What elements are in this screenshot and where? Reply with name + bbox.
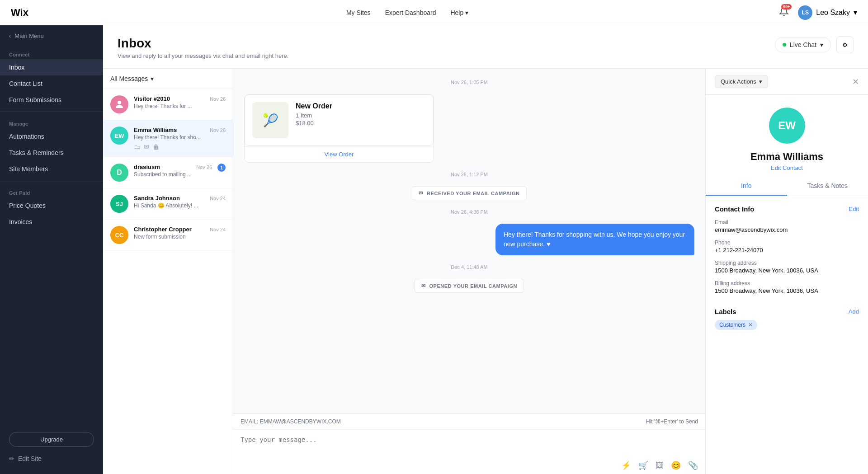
compose-input[interactable] [233, 430, 705, 455]
user-avatar: LS [798, 5, 812, 20]
top-nav-right: 99+ LS Leo Szaky ▾ [779, 5, 857, 20]
chat-area: Nov 26, 1:05 PM 🎾 New Order 1 Item $18.0… [233, 69, 705, 474]
inbox-header-right: Live Chat ▾ ⚙ [775, 36, 854, 53]
delete-icon[interactable]: 🗑 [153, 143, 159, 150]
sidebar-item-tasks-reminders[interactable]: Tasks & Reminders [0, 145, 103, 161]
list-item[interactable]: CC Christopher Cropper Nov 24 New form s… [103, 220, 233, 251]
remove-label-button[interactable]: ✕ [748, 322, 753, 328]
user-name: Leo Szaky [816, 9, 850, 17]
chat-bubble-row: Hey there! Thanks for shopping with us. … [244, 224, 694, 255]
chat-bubble: Hey there! Thanks for shopping with us. … [495, 224, 694, 255]
user-avatar-button[interactable]: LS Leo Szaky ▾ [798, 5, 857, 20]
shipping-address-label: Shipping address [715, 260, 859, 266]
attachment-icon[interactable]: 📎 [688, 460, 698, 470]
edit-contact-link[interactable]: Edit Contact [706, 164, 868, 171]
inbox-settings-button[interactable]: ⚙ [836, 36, 854, 53]
sidebar-item-site-members[interactable]: Site Members [0, 161, 103, 177]
chat-timestamp: Dec 4, 11:48 AM [244, 264, 694, 270]
svg-point-0 [118, 101, 121, 104]
live-status-dot [783, 43, 786, 47]
contact-info-edit-button[interactable]: Edit [849, 206, 859, 212]
sidebar-item-inbox[interactable]: Inbox [0, 59, 103, 75]
message-content: Visitor #2010 Nov 26 Hey there! Thanks f… [134, 95, 226, 113]
chevron-down-icon: ▾ [820, 41, 823, 48]
live-chat-button[interactable]: Live Chat ▾ [775, 37, 831, 52]
avatar: CC [110, 226, 128, 244]
email-event-label: OPENED YOUR EMAIL CAMPAIGN [429, 283, 517, 289]
order-items: 1 Item [296, 112, 332, 119]
inbox-body: All Messages ▾ Visitor #2010 Nov 26 Hey … [103, 69, 868, 474]
right-panel: Quick Actions ▾ ✕ EW Emma Williams Edit … [705, 69, 868, 474]
notifications-button[interactable]: 99+ [779, 7, 789, 19]
message-sender: Christopher Cropper [134, 226, 192, 233]
sidebar-item-form-submissions[interactable]: Form Submissions [0, 92, 103, 108]
billing-address-value: 1500 Broadway, New York, 10036, USA [715, 287, 859, 294]
avatar: EW [110, 127, 128, 145]
list-item[interactable]: D drasiusm Nov 26 Subscribed to mailing … [103, 157, 233, 188]
main-menu-back[interactable]: ‹ Main Menu [0, 25, 103, 47]
form-submissions-label: Form Submissions [9, 96, 61, 103]
expert-dashboard-link[interactable]: Expert Dashboard [385, 9, 436, 16]
message-date: Nov 24 [210, 196, 226, 201]
cart-icon[interactable]: 🛒 [638, 460, 648, 470]
edit-site-button[interactable]: ✏ Edit Site [0, 451, 103, 467]
email-received-event: ✉ RECEIVED YOUR EMAIL CAMPAIGN [412, 186, 526, 200]
bubble-text: Hey there! Thanks for shopping with us. … [504, 231, 685, 248]
chat-timestamp: Nov 26, 4:36 PM [244, 209, 694, 215]
pencil-icon: ✏ [9, 455, 14, 462]
order-info: New Order 1 Item $18.00 [296, 102, 332, 127]
chat-messages: Nov 26, 1:05 PM 🎾 New Order 1 Item $18.0… [233, 69, 705, 413]
section-label-connect: Connect [0, 47, 103, 59]
quick-reply-icon[interactable]: ⚡ [621, 460, 631, 470]
add-label-button[interactable]: Add [849, 308, 859, 315]
archive-icon[interactable]: 🗂 [134, 143, 140, 150]
upgrade-button[interactable]: Upgrade [9, 432, 94, 447]
tab-tasks-notes[interactable]: Tasks & Notes [787, 177, 868, 196]
message-list: All Messages ▾ Visitor #2010 Nov 26 Hey … [103, 69, 233, 474]
message-actions: 🗂 ✉ 🗑 [134, 143, 226, 150]
label-chip: Customers ✕ [715, 320, 757, 330]
section-header: Contact Info Edit [715, 205, 859, 213]
email-value: emmaw@ascendbywix.com [715, 226, 859, 233]
section-label-manage: Manage [0, 116, 103, 128]
live-chat-label: Live Chat [790, 41, 816, 48]
unread-badge: 1 [217, 164, 226, 172]
quick-actions-label: Quick Actions [721, 78, 756, 85]
view-order-button[interactable]: View Order [245, 146, 434, 162]
list-item[interactable]: SJ Sandra Johnson Nov 24 Hi Sanda 😊 Abso… [103, 188, 233, 220]
close-panel-button[interactable]: ✕ [852, 77, 859, 87]
avatar: SJ [110, 195, 128, 213]
tab-info[interactable]: Info [706, 177, 787, 196]
tasks-reminders-label: Tasks & Reminders [9, 149, 64, 156]
top-nav-links: My Sites Expert Dashboard Help ▾ [50, 9, 764, 16]
my-sites-link[interactable]: My Sites [346, 9, 371, 16]
top-nav: Wix My Sites Expert Dashboard Help ▾ 99+… [0, 0, 868, 25]
help-button[interactable]: Help ▾ [450, 9, 468, 16]
inbox-title-group: Inbox View and reply to all your message… [118, 36, 288, 59]
chevron-down-icon: ▾ [759, 78, 762, 85]
message-date: Nov 24 [210, 227, 226, 232]
order-title: New Order [296, 102, 332, 110]
quick-actions-button[interactable]: Quick Actions ▾ [715, 75, 768, 88]
image-icon[interactable]: 🖼 [656, 461, 664, 470]
list-item[interactable]: EW Emma Williams Nov 26 Hey there! Thank… [103, 120, 233, 157]
email-icon[interactable]: ✉ [144, 143, 149, 150]
contact-tabs: Info Tasks & Notes [706, 177, 868, 196]
sidebar-item-price-quotes[interactable]: Price Quotes [0, 197, 103, 214]
main-content: Inbox View and reply to all your message… [103, 25, 868, 474]
message-sender: drasiusm [134, 164, 160, 170]
list-item[interactable]: Visitor #2010 Nov 26 Hey there! Thanks f… [103, 89, 233, 120]
email-event-label: RECEIVED YOUR EMAIL CAMPAIGN [427, 191, 519, 196]
contact-info-section: Contact Info Edit Email emmaw@ascendbywi… [706, 196, 868, 300]
inbox-title: Inbox [118, 36, 288, 51]
chevron-down-icon: ▾ [854, 8, 857, 17]
edit-site-label: Edit Site [18, 455, 42, 462]
sidebar-item-contact-list[interactable]: Contact List [0, 75, 103, 92]
phone-label: Phone [715, 239, 859, 246]
sidebar-item-automations[interactable]: Automations [0, 128, 103, 145]
compose-toolbar: ⚡ 🛒 🖼 😊 📎 [233, 457, 705, 474]
sidebar-item-invoices[interactable]: Invoices [0, 214, 103, 230]
email-opened-event: ✉ OPENED YOUR EMAIL CAMPAIGN [415, 279, 524, 293]
message-filter-button[interactable]: All Messages ▾ [103, 69, 233, 89]
emoji-icon[interactable]: 😊 [671, 460, 681, 470]
